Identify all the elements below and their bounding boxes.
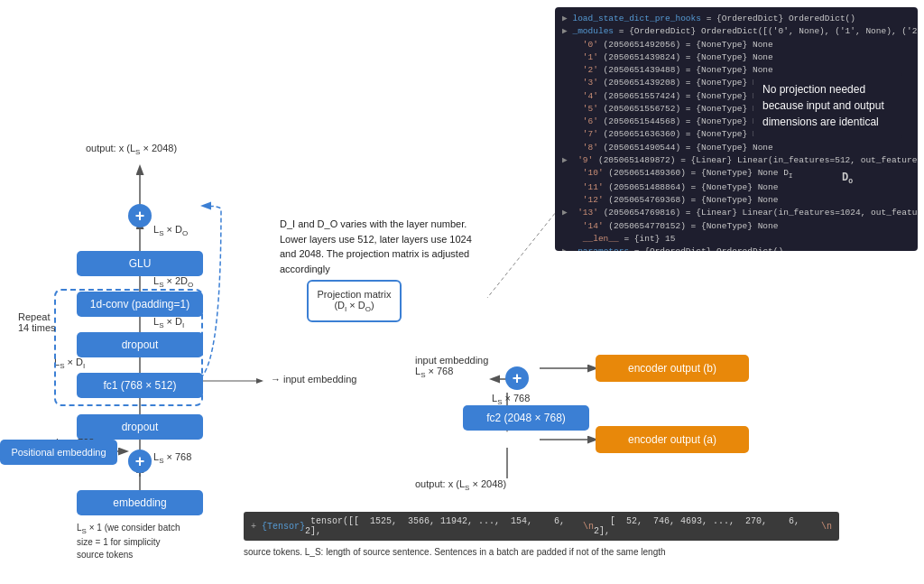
output-fc2-label: output: x (LS × 2048): [415, 478, 506, 492]
dropout2-box: dropout: [77, 414, 203, 440]
input-emb-right-label: input embeddingLS × 768: [415, 355, 488, 379]
ls-1-label: LS × 1 (we consider batchsize = 1 for si…: [77, 522, 180, 561]
description-text: D_I and D_O varies with the layer number…: [280, 217, 478, 276]
positional-embedding-box: Positional embedding: [0, 440, 117, 465]
input-embedding-arrow-label: → input embedding: [271, 374, 356, 385]
projection-box: Projection matrix (DI × DO): [307, 280, 402, 322]
embedding-box: embedding: [77, 490, 203, 515]
fc2-box: fc2 (2048 × 768): [463, 405, 589, 431]
ls-do-label: LS × DO: [153, 224, 188, 237]
plus-circle-top: +: [128, 204, 152, 227]
plus-circle-bottom: +: [128, 450, 152, 473]
fc1-box: fc1 (768 × 512): [77, 373, 203, 398]
ls-2do-label: LS × 2DO: [153, 275, 193, 289]
ls-768-right-label: LS × 768: [492, 393, 530, 406]
do-code-annotation: DO: [842, 171, 853, 185]
source-tokens-desc: source tokens. L_S: length of source sen…: [244, 545, 695, 559]
repeat-label: Repeat 14 times: [18, 311, 56, 333]
output-top-label: output: x (LS × 2048): [86, 143, 177, 156]
diagram-container: output: x (LS × 2048) + LS × DO GLU LS ×…: [0, 0, 924, 584]
plus-circle-right: +: [505, 366, 529, 390]
encoder-output-b-box: encoder output (b): [596, 355, 749, 382]
encoder-output-a-box: encoder output (a): [596, 426, 749, 453]
no-projection-note: No projection needed because input and o…: [753, 72, 902, 139]
tensor-bar: + {Tensor} tensor([[ 1525, 3566, 11942, …: [244, 512, 839, 541]
ls-768b-label: LS × 768: [153, 451, 191, 465]
glu-box: GLU: [77, 251, 203, 276]
